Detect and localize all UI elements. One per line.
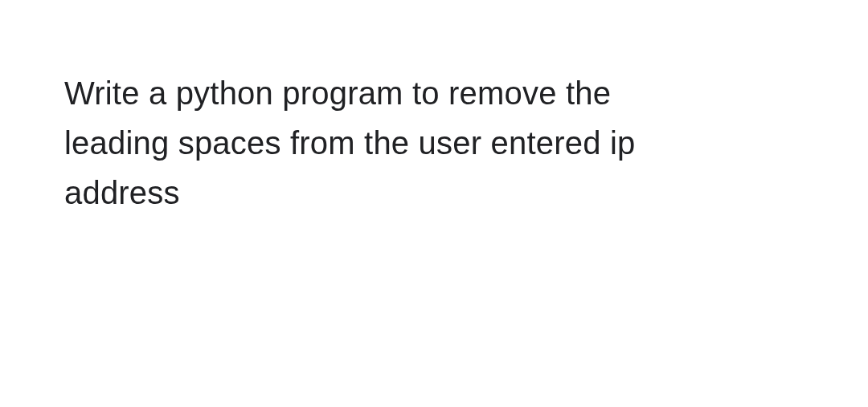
prompt-text: Write a python program to remove the lea… [64,68,723,218]
